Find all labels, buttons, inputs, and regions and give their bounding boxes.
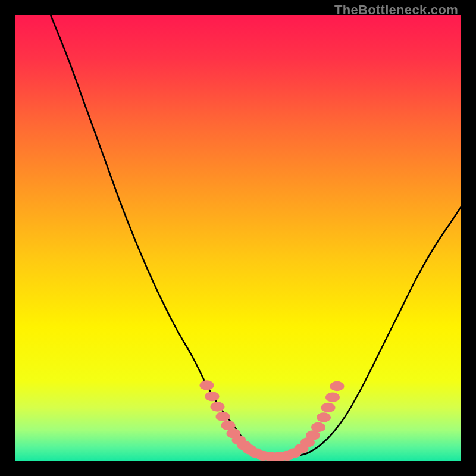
- watermark-label: TheBottleneck.com: [334, 2, 458, 18]
- highlight-dot: [321, 403, 336, 413]
- highlight-dot: [311, 422, 325, 433]
- highlight-dot: [200, 380, 214, 390]
- highlight-dot: [325, 393, 340, 402]
- curve-layer: [15, 15, 461, 461]
- highlight-dot: [216, 412, 230, 422]
- highlight-dot: [211, 402, 225, 411]
- plot-area: [15, 15, 461, 461]
- highlight-dot: [317, 412, 331, 422]
- highlight-dots: [200, 380, 345, 461]
- highlight-dot: [330, 381, 345, 391]
- highlight-dot: [205, 392, 220, 402]
- bottleneck-curve: [51, 15, 461, 457]
- chart-frame: TheBottleneck.com: [0, 0, 476, 476]
